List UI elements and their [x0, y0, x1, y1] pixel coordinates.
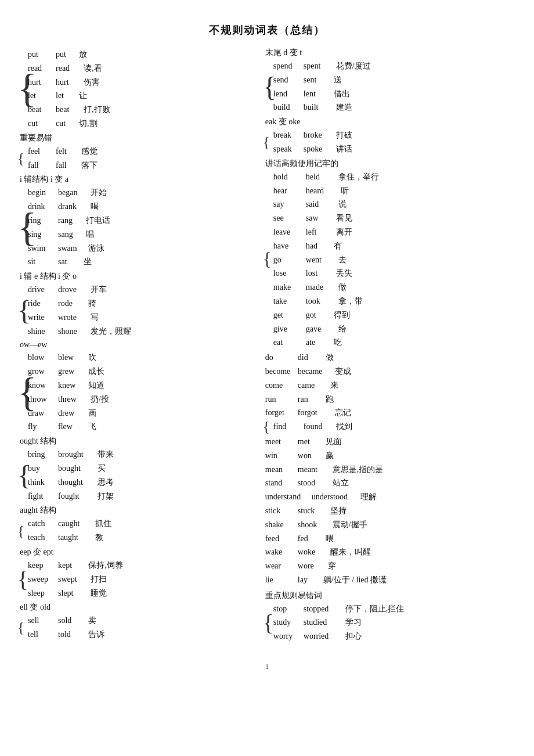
entry-sell: sell sold 卖 [26, 614, 251, 628]
entry-understand: understand understood 理解 [263, 490, 517, 504]
group-hold: .bracket-group-13line::before { font-siz… [263, 170, 517, 350]
entry-cut: cut cut 切,割 [26, 117, 251, 131]
group-blow: blow blew 吹 grow grew 成长 know knew 知道 th… [17, 351, 251, 434]
entry-worry: worry worried 担心 [271, 629, 517, 643]
group-catch: catch caught 抓住 teach taught 教 [17, 517, 251, 545]
entry-sit: sit sat 坐 [26, 255, 251, 269]
entry-meet: meet met 见面 [263, 435, 517, 449]
entry-catch: catch caught 抓住 [26, 517, 251, 531]
entry-hurt: hurt hurt 伤害 [26, 75, 251, 89]
entry-lose: lose lost 丢失 [271, 267, 517, 280]
entry-forget: forget forgot 忘记 [263, 406, 517, 420]
entry-send: send sent 送 [271, 73, 517, 87]
entry-speak: speak spoke 讲话 [271, 142, 517, 156]
header-common: 讲话高频使用记牢的 [263, 159, 517, 169]
page-title: 不规则动词表（总结） [17, 23, 517, 37]
entry-mean: mean meant 意思是,指的是 [263, 463, 517, 477]
entry-keep: keep kept 保持,饲养 [26, 559, 251, 573]
entry-drink: drink drank 喝 [26, 200, 251, 214]
header-aught: aught 结构 [17, 505, 251, 516]
entry-blow: blow blew 吹 [26, 351, 251, 365]
entry-become: become became 变成 [263, 365, 517, 379]
entry-stand: stand stood 站立 [263, 476, 517, 490]
entry-hear: hear heard 听 [271, 184, 517, 198]
entry-win: win won 赢 [263, 449, 517, 463]
entry-make: make made 做 [271, 280, 517, 294]
entry-drive: drive drove 开车 [26, 283, 251, 297]
entry-think: think thought 思考 [26, 476, 251, 489]
group-put: put put 放 read read 读,看 hurt hurt 伤害 let… [17, 48, 251, 131]
entry-swim: swim swam 游泳 [26, 242, 251, 255]
entry-shake: shake shook 震动/握手 [263, 518, 517, 532]
entry-let: let let 让 [26, 89, 251, 103]
left-column: put put 放 read read 读,看 hurt hurt 伤害 let… [17, 48, 257, 645]
entry-draw: draw drew 画 [26, 406, 251, 420]
entry-write: write wrote 写 [26, 311, 251, 325]
page-number: 1 [17, 662, 517, 671]
entry-begin: begin began 开始 [26, 186, 251, 200]
header-i-o: i 辅 e 结构 i 变 o [17, 271, 251, 282]
group-find: find found 找到 [263, 420, 517, 434]
group-feel: feel felt 感觉 fall fall 落下 [17, 145, 251, 172]
group-sell: sell sold 卖 tell told 告诉 [17, 614, 251, 642]
entry-have: have had 有 [271, 239, 517, 253]
entry-do: do did 做 [263, 351, 517, 365]
entry-study: study studied 学习 [271, 615, 517, 629]
entry-throw: throw threw 扔/投 [26, 393, 251, 406]
header-important: 重要易错 [17, 133, 251, 143]
entry-see: see saw 看见 [271, 211, 517, 225]
entry-give: give gave 给 [271, 322, 517, 336]
entry-sing: sing sang 唱 [26, 228, 251, 242]
entry-feed: feed fed 喂 [263, 532, 517, 546]
entry-beat: beat beat 打,打败 [26, 103, 251, 117]
header-ought: ought 结构 [17, 436, 251, 447]
entry-buy: buy bought 买 [26, 462, 251, 476]
header-d-t: 末尾 d 变 t [263, 48, 517, 58]
entry-stop: stop stopped 停下，阻止,拦住 [271, 602, 517, 616]
header-ow-ew: ow—ew [17, 340, 251, 350]
entry-bring: bring brought 带来 [26, 448, 251, 462]
entry-find: find found 找到 [271, 420, 517, 434]
group-keep: keep kept 保持,饲养 sweep swept 打扫 sleep sle… [17, 559, 251, 600]
entry-take: take took 拿，带 [271, 294, 517, 308]
entry-fly: fly flew 飞 [26, 420, 251, 434]
entry-fight: fight fought 打架 [26, 489, 251, 503]
group-bring: bring brought 带来 buy bought 买 think thou… [17, 448, 251, 503]
entry-get: get got 得到 [271, 308, 517, 322]
header-ell-old: ell 变 old [17, 602, 251, 613]
group-break: break broke 打破 speak spoke 讲话 [263, 128, 517, 156]
header-i-a: i 辅结构 i 变 a [17, 174, 251, 185]
group-spend: spend spent 花费/度过 send sent 送 lend lent … [263, 59, 517, 114]
group-stop: stop stopped 停下，阻止,拦住 study studied 学习 w… [263, 602, 517, 643]
entry-put: put put 放 [26, 48, 251, 62]
entry-grow: grow grew 成长 [26, 365, 251, 379]
group-begin: begin began 开始 drink drank 喝 ring rang 打… [17, 186, 251, 269]
entry-ride: ride rode 骑 [26, 297, 251, 311]
entry-break: break broke 打破 [271, 128, 517, 142]
entry-run: run ran 跑 [263, 393, 517, 406]
entry-eat: eat ate 吃 [271, 336, 517, 350]
entry-come: come came 来 [263, 379, 517, 393]
entry-lend: lend lent 借出 [271, 87, 517, 101]
entry-feel: feel felt 感觉 [26, 145, 251, 159]
entry-stick: stick stuck 坚持 [263, 504, 517, 518]
entry-ring: ring rang 打电话 [26, 214, 251, 228]
header-key-irregular: 重点规则易错词 [263, 591, 517, 601]
group-drive: drive drove 开车 ride rode 骑 write wrote 写… [17, 283, 251, 338]
entry-know: know knew 知道 [26, 379, 251, 393]
entry-tell: tell told 告诉 [26, 628, 251, 642]
entry-build: build built 建造 [271, 100, 517, 114]
entry-read: read read 读,看 [26, 62, 251, 75]
entry-fall: fall fall 落下 [26, 159, 251, 172]
right-column: 末尾 d 变 t spend spent 花费/度过 send sent 送 l… [257, 48, 517, 645]
header-eak-oke: eak 变 oke [263, 117, 517, 127]
entry-sweep: sweep swept 打扫 [26, 573, 251, 586]
entry-wake: wake woke 醒来，叫醒 [263, 545, 517, 559]
entry-spend: spend spent 花费/度过 [271, 59, 517, 73]
entry-wear: wear wore 穿 [263, 559, 517, 573]
entry-lie: lie lay 躺/位于 / lied 撒谎 [263, 573, 517, 587]
entry-say: say said 说 [271, 197, 517, 211]
entry-teach: teach taught 教 [26, 531, 251, 545]
entry-shine: shine shone 发光，照耀 [26, 325, 251, 339]
header-eep-ept: eep 变 ept [17, 547, 251, 557]
